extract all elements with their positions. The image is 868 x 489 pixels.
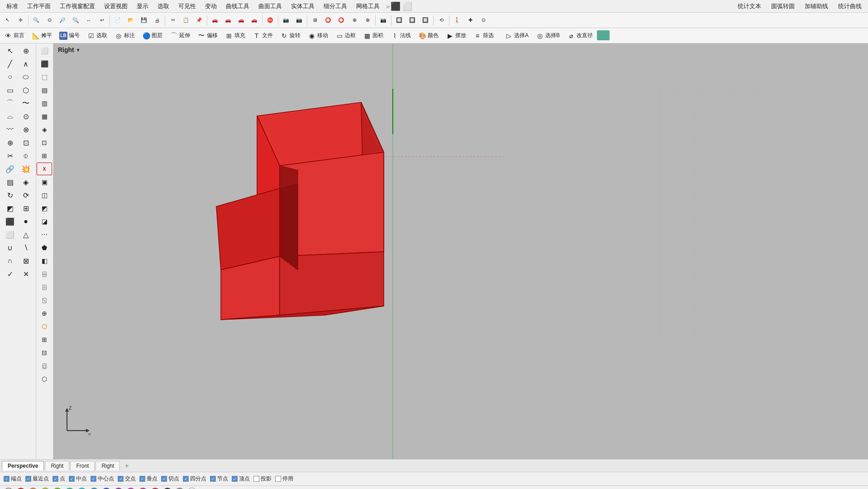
snap-tan-checkbox[interactable]: ✓ — [161, 476, 167, 482]
rp-btn-7[interactable]: ⊡ — [37, 136, 52, 149]
sidebar-sphere[interactable]: ● — [18, 215, 33, 228]
tb2-dim[interactable]: ◎ 标注 — [111, 30, 138, 41]
tb-zoom-extents[interactable]: ⊙ — [43, 14, 56, 27]
tb-rotate-view[interactable]: ↩ — [95, 14, 108, 27]
tb-crosshair3[interactable]: ⊕ — [361, 14, 374, 27]
menu-setview[interactable]: 设置视图 — [100, 1, 132, 11]
rp-btn-20[interactable]: ⊕ — [37, 307, 52, 320]
menu-workview[interactable]: 工作视窗配置 — [55, 1, 100, 11]
menu-transform[interactable]: 变动 — [200, 1, 221, 11]
tb2-normal[interactable]: ⌇ 法线 — [387, 30, 414, 41]
snap-vertex[interactable]: ✓ 顶点 — [232, 475, 250, 483]
sidebar-boolean-int[interactable]: ∩ — [2, 254, 18, 267]
rp-btn-13[interactable]: ◪ — [37, 215, 52, 228]
tb-open[interactable]: 📂 — [124, 14, 137, 27]
sidebar-freeform[interactable]: ⌓ — [2, 110, 18, 123]
vp-tab-perspective[interactable]: Perspective — [2, 461, 44, 470]
color-swatch-transparent[interactable] — [4, 488, 14, 489]
menu-display[interactable]: 显示 — [132, 1, 153, 11]
snap-project-checkbox[interactable] — [253, 476, 259, 482]
sidebar-sweep[interactable]: ⟳ — [18, 189, 33, 201]
sidebar-line[interactable]: ╱ — [2, 58, 18, 70]
color-swatch-orange[interactable] — [28, 488, 38, 489]
tb2-sel-a[interactable]: ▷ 选择A — [501, 30, 532, 41]
color-swatch-white[interactable] — [187, 488, 197, 489]
rp-btn-2[interactable]: ⬚ — [37, 71, 52, 83]
sidebar-mesh[interactable]: ⊠ — [18, 254, 33, 267]
tb2-area[interactable]: ▦ 面积 — [360, 30, 386, 41]
tb2-flatten[interactable]: 📐 摊平 — [29, 30, 55, 41]
menu-arc-circle[interactable]: 圆弧转圆 — [767, 1, 799, 11]
menu-add-helper[interactable]: 加辅助线 — [800, 1, 833, 11]
tb-frame3[interactable]: 🔲 — [419, 14, 432, 27]
rp-btn-0[interactable]: ⬜ — [37, 44, 52, 57]
tb-crosshair[interactable]: ✛ — [14, 14, 27, 27]
rp-btn-10[interactable]: ▣ — [37, 176, 52, 188]
rp-btn-18[interactable]: ⌻ — [37, 281, 52, 293]
tb-walk[interactable]: 🚶 — [451, 14, 463, 27]
color-swatch-gray[interactable] — [175, 488, 185, 489]
tb-car2[interactable]: 🚗 — [222, 14, 234, 27]
tb2-front[interactable]: 👁 前言 — [1, 30, 28, 41]
tb2-diam[interactable]: ⌀ 改直径 — [564, 30, 596, 41]
tb-print[interactable]: 🖨 — [151, 14, 163, 27]
tb-copy[interactable]: 📋 — [180, 14, 192, 27]
snap-tan[interactable]: ✓ 切点 — [161, 475, 179, 483]
tb2-select[interactable]: ☑ 选取 — [84, 30, 110, 41]
snap-quad[interactable]: ✓ 四分点 — [183, 475, 206, 483]
menu-curve-tools[interactable]: 曲线工具 — [221, 1, 254, 11]
sidebar-ellipse[interactable]: ⬭ — [18, 71, 33, 83]
menu-more[interactable]: » — [386, 3, 390, 10]
rp-btn-5[interactable]: ▦ — [37, 110, 52, 123]
tb-paste[interactable]: 📌 — [193, 14, 205, 27]
sidebar-fillet[interactable]: ⊡ — [18, 136, 33, 149]
sidebar-arc[interactable]: ⌒ — [2, 97, 18, 110]
rp-btn-11[interactable]: ◫ — [37, 189, 52, 201]
vp-tab-front[interactable]: Front — [70, 461, 95, 470]
tb2-layer[interactable]: 🔵 图层 — [139, 30, 166, 41]
tb-car3[interactable]: 🚗 — [235, 14, 248, 27]
tb-crosshair2[interactable]: ⊕ — [348, 14, 361, 27]
rp-btn-17[interactable]: ⌸ — [37, 268, 52, 280]
rp-btn-21[interactable]: ⬡ — [37, 320, 52, 333]
color-swatch-light-blue[interactable] — [89, 488, 99, 489]
rp-btn-6[interactable]: ◈ — [37, 123, 52, 136]
tb-save[interactable]: 💾 — [138, 14, 150, 27]
sidebar-loft[interactable]: ◈ — [18, 176, 33, 188]
color-swatch-purple[interactable] — [114, 488, 124, 489]
tb2-sel-b[interactable]: ◎ 选择B — [533, 30, 563, 41]
tb-camera1[interactable]: 📷 — [280, 14, 292, 27]
snap-point-checkbox[interactable]: ✓ — [52, 476, 58, 482]
snap-project[interactable]: 投影 — [253, 475, 272, 483]
menu-icon-a[interactable]: ⬛ — [391, 1, 401, 11]
rp-btn-25[interactable]: ⬡ — [37, 373, 52, 385]
sidebar-select-arrow[interactable]: ↖ — [2, 44, 18, 57]
snap-nearest-checkbox[interactable]: ✓ — [25, 476, 31, 482]
rp-btn-19[interactable]: ⍂ — [37, 294, 52, 307]
sidebar-surface[interactable]: ▤ — [2, 176, 18, 188]
tb2-offset[interactable]: 〜 偏移 — [194, 30, 221, 41]
sidebar-boolean-union[interactable]: ∪ — [2, 241, 18, 254]
vp-tab-right[interactable]: Right — [45, 461, 69, 470]
tb2-fill[interactable]: ⊞ 填充 — [222, 30, 248, 41]
color-swatch-yellow-green[interactable] — [40, 488, 50, 489]
color-swatch-magenta[interactable] — [126, 488, 136, 489]
sidebar-extend-crv[interactable]: ⊗ — [18, 123, 33, 136]
rp-btn-3[interactable]: ▤ — [37, 84, 52, 96]
color-swatch-teal[interactable] — [65, 488, 75, 489]
color-swatch-red[interactable] — [16, 488, 26, 489]
menu-icon-b[interactable]: ⬜ — [402, 1, 412, 11]
sidebar-explode[interactable]: 💥 — [18, 163, 33, 175]
menu-solid-tools[interactable]: 实体工具 — [286, 1, 319, 11]
snap-endpoint-checkbox[interactable]: ✓ — [4, 476, 10, 482]
rp-btn-22[interactable]: ⊞ — [37, 333, 52, 346]
sidebar-rect[interactable]: ▭ — [2, 84, 18, 96]
menu-surface-tools[interactable]: 曲面工具 — [254, 1, 286, 11]
sidebar-boolean-diff[interactable]: ∖ — [18, 241, 33, 254]
tb-grid[interactable]: ⊞ — [309, 14, 321, 27]
snap-endpoint[interactable]: ✓ 端点 — [4, 475, 22, 483]
sidebar-box[interactable]: ⬛ — [2, 215, 18, 228]
tb-select-arrow[interactable]: ↖ — [1, 14, 14, 27]
menu-standard[interactable]: 标准 — [2, 1, 23, 11]
sidebar-patch[interactable]: ◩ — [2, 202, 18, 215]
